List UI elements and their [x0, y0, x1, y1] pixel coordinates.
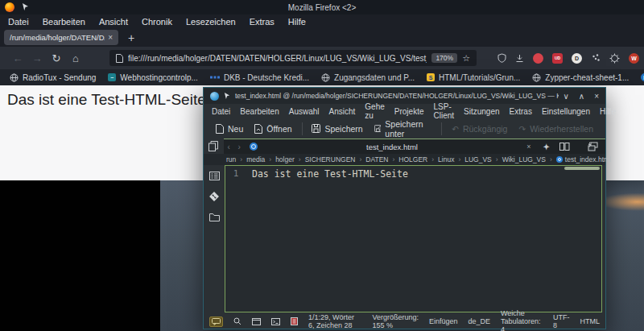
- editor-view[interactable]: 1 Das ist eine Test-HTML-Seite: [225, 165, 602, 312]
- bookmark-item[interactable]: RadioTux - Sendung: [10, 73, 96, 82]
- menu-lesezeichen[interactable]: Lesezeichen: [186, 17, 236, 27]
- menu-hilfe[interactable]: Hilfe: [288, 17, 306, 27]
- firefox-titlebar: Mozilla Firefox <2>: [0, 0, 644, 14]
- tracking-shield-icon[interactable]: [497, 53, 506, 63]
- menu-datei[interactable]: Datei: [8, 17, 29, 27]
- kmenu-bearbeiten[interactable]: Bearbeiten: [240, 107, 279, 116]
- search-panel-icon[interactable]: [233, 317, 242, 325]
- tabs-scroll-right-icon[interactable]: ›: [234, 143, 245, 151]
- firefox-menubar: Datei Bearbeiten Ansicht Chronik Lesezei…: [0, 14, 644, 28]
- save-button[interactable]: Speichern: [306, 122, 368, 136]
- input-mode-status[interactable]: Einfügen: [429, 317, 458, 325]
- breadcrumb-separator: ›: [550, 155, 552, 163]
- extension-icon-3[interactable]: D: [572, 53, 582, 64]
- dictionary-status[interactable]: de_DE: [469, 317, 491, 325]
- breadcrumb-item[interactable]: SICHERUNGEN: [305, 155, 356, 163]
- diff-panel-icon[interactable]: [291, 317, 298, 325]
- tab-close-icon[interactable]: ×: [108, 33, 113, 42]
- breadcrumb-item[interactable]: run: [226, 155, 236, 163]
- black-screen-region: [0, 180, 160, 331]
- zoom-status[interactable]: Vergrößerung: 155 %: [372, 313, 419, 329]
- bookmark-star-icon[interactable]: ☆: [462, 53, 470, 64]
- back-icon[interactable]: ←: [8, 52, 27, 64]
- open-file-button[interactable]: Öffnen: [249, 122, 297, 136]
- download-icon[interactable]: [515, 54, 524, 63]
- kmenu-datei[interactable]: Datei: [212, 107, 230, 116]
- menu-ansicht[interactable]: Ansicht: [99, 17, 128, 27]
- tab-close-icon[interactable]: ×: [526, 143, 530, 151]
- external-tools-icon[interactable]: [588, 142, 598, 151]
- split-view-icon[interactable]: [559, 143, 570, 151]
- browser-tab-active[interactable]: /run/media/holger/DATEN/DA ×: [4, 30, 118, 45]
- new-file-button[interactable]: Neu: [210, 122, 249, 136]
- firefox-tab-strip: /run/media/holger/DATEN/DA × +: [0, 28, 644, 47]
- bookmark-item[interactable]: ~ Webhostingcontrolp...: [108, 73, 198, 82]
- extension-icon-w[interactable]: W: [629, 53, 639, 64]
- new-tab-button[interactable]: +: [128, 32, 134, 43]
- quick-open-icon[interactable]: ✦: [543, 143, 550, 151]
- forward-icon[interactable]: →: [27, 52, 47, 64]
- minimize-icon[interactable]: ∨: [564, 92, 569, 101]
- cursor-position-status[interactable]: 1/1:29, Wörter 6, Zeichen 28: [308, 313, 361, 329]
- menu-bearbeiten[interactable]: Bearbeiten: [43, 17, 85, 27]
- ublock-extension-icon[interactable]: UD: [552, 53, 563, 64]
- kate-tabbar: ‹ › test_index.html × ✦: [224, 139, 605, 154]
- menu-extras[interactable]: Extras: [250, 17, 275, 27]
- kate-window: test_index.html @ /run/media/holger/SICH…: [203, 87, 606, 329]
- scrollbar-handle[interactable]: [564, 167, 600, 170]
- tab-width-status[interactable]: Weiche Tabulatoren: 4: [501, 309, 543, 331]
- konsole-panel-icon[interactable]: [271, 318, 280, 325]
- terminal-panel-icon[interactable]: [252, 318, 261, 325]
- redo-button[interactable]: ↷ Wiederherstellen: [513, 122, 599, 136]
- kmenu-auswahl[interactable]: Auswahl: [289, 107, 320, 116]
- kmenu-hilfe[interactable]: Hilfe: [600, 107, 616, 116]
- breadcrumb-item[interactable]: Linux: [438, 155, 454, 163]
- breadcrumb-item[interactable]: LUG_VS: [464, 155, 492, 163]
- menu-chronik[interactable]: Chronik: [142, 17, 172, 27]
- close-icon[interactable]: ×: [594, 92, 599, 101]
- dots-extension-icon[interactable]: [591, 53, 601, 63]
- bookmark-item[interactable]: b BigBlueButton - Bibel...: [641, 73, 644, 82]
- bookmark-item[interactable]: Zugangsdaten und P...: [321, 73, 415, 82]
- documents-sidebar-icon[interactable]: [204, 139, 224, 154]
- desktop-wallpaper: Mozilla Firefox <2> Datei Bearbeiten Ans…: [0, 0, 644, 331]
- kate-titlebar[interactable]: test_index.html @ /run/media/holger/SICH…: [204, 88, 605, 104]
- syntax-mode-status[interactable]: HTML: [580, 317, 601, 325]
- home-icon[interactable]: ⌂: [66, 52, 85, 64]
- kmenu-ansicht[interactable]: Ansicht: [329, 107, 356, 116]
- breadcrumb-item[interactable]: DATEN: [365, 155, 388, 163]
- tabs-scroll-left-icon[interactable]: ‹: [224, 143, 234, 151]
- save-as-button[interactable]: Speichern unter: [369, 117, 438, 141]
- zoom-level-badge[interactable]: 170%: [431, 53, 457, 63]
- breadcrumb-item[interactable]: HOLGER: [398, 155, 427, 163]
- gear-extension-icon[interactable]: [609, 53, 620, 64]
- breadcrumb-item[interactable]: media: [246, 155, 265, 163]
- breadcrumb-item[interactable]: Wiki_LUG_VS: [502, 155, 546, 163]
- breadcrumb-separator: ›: [496, 155, 498, 163]
- maximize-icon[interactable]: ∧: [579, 92, 584, 101]
- kmenu-projekte[interactable]: Projekte: [394, 107, 424, 116]
- bookmark-item[interactable]: Zypper-cheat-sheet-1...: [532, 73, 629, 82]
- breadcrumb-item[interactable]: holger: [275, 155, 295, 163]
- bookmark-item[interactable]: S HTML/Tutorials/Grun...: [427, 73, 520, 82]
- symbols-list-icon[interactable]: [209, 172, 220, 180]
- reload-icon[interactable]: ↻: [47, 52, 66, 64]
- new-doc-icon: [216, 124, 224, 134]
- encoding-status[interactable]: UTF-8: [553, 313, 570, 329]
- filesystem-browser-icon[interactable]: [209, 213, 220, 221]
- kate-statusbar: 1/1:29, Wörter 6, Zeichen 28 Vergrößerun…: [204, 314, 605, 329]
- undo-button[interactable]: ↶ Rückgängig: [446, 122, 513, 136]
- kate-document-tab[interactable]: test_index.html ×: [245, 143, 536, 151]
- kate-main-area: 1 Das ist eine Test-HTML-Seite: [204, 165, 605, 314]
- output-panel-icon[interactable]: [209, 317, 223, 327]
- breadcrumb-separator: ›: [458, 155, 460, 163]
- kmenu-einstellungen[interactable]: Einstellungen: [542, 107, 590, 116]
- kmenu-extras[interactable]: Extras: [510, 107, 532, 116]
- bookmark-item[interactable]: DKB - Deutsche Kredi...: [210, 73, 309, 82]
- git-icon[interactable]: [208, 191, 220, 202]
- kmenu-sitzungen[interactable]: Sitzungen: [464, 107, 499, 116]
- line-number-gutter: 1: [225, 166, 246, 312]
- extension-icon-1[interactable]: [533, 53, 543, 64]
- breadcrumb-item[interactable]: test_index.html: [556, 155, 611, 163]
- url-bar[interactable]: file:///run/media/holger/DATEN/DATEN/HOL…: [109, 50, 477, 66]
